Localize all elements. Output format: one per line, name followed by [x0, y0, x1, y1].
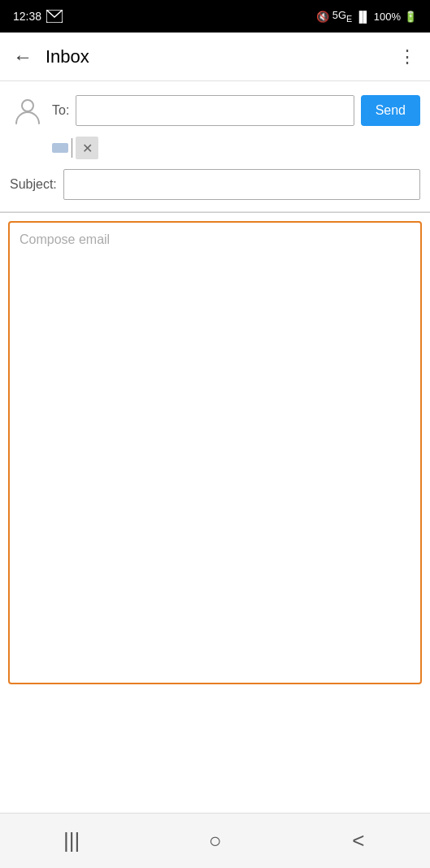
compose-textarea[interactable] — [8, 221, 422, 684]
subject-row: Subject: — [10, 169, 420, 211]
tag-chip-row: ✕ — [52, 137, 420, 159]
subject-input[interactable] — [63, 169, 420, 200]
back-button[interactable]: ← — [13, 46, 33, 68]
signal-icon: ▐▌ — [355, 11, 370, 23]
to-label: To: — [52, 103, 69, 118]
app-bar: ← Inbox ⋮ — [0, 33, 430, 81]
recent-apps-button[interactable]: ||| — [47, 823, 96, 859]
battery-icon: 🔋 — [404, 11, 417, 23]
email-notification-icon — [46, 10, 63, 23]
page-title: Inbox — [46, 46, 89, 67]
compose-form: To: Send ✕ Subject: — [0, 81, 430, 212]
network-label: 5GE — [332, 9, 353, 24]
home-button[interactable]: ○ — [190, 823, 239, 859]
back-nav-button[interactable]: < — [334, 823, 383, 859]
overflow-menu-button[interactable]: ⋮ — [398, 46, 417, 67]
to-input[interactable] — [76, 95, 354, 126]
chip-separator — [72, 138, 72, 158]
contact-avatar — [10, 93, 46, 128]
recipient-chip — [52, 143, 68, 153]
status-bar-left: 12:38 — [13, 10, 63, 23]
to-row: To: Send — [10, 93, 420, 128]
svg-point-1 — [22, 100, 33, 111]
app-bar-left: ← Inbox — [13, 46, 89, 68]
subject-label: Subject: — [10, 177, 57, 192]
compose-area — [0, 213, 430, 692]
bottom-nav: ||| ○ < — [0, 813, 430, 868]
send-button[interactable]: Send — [361, 95, 420, 126]
status-time: 12:38 — [13, 10, 41, 23]
chip-remove-button[interactable]: ✕ — [76, 137, 98, 159]
battery-label: 100% — [374, 11, 401, 23]
mute-icon: 🔇 — [316, 11, 329, 23]
status-bar-right: 🔇 5GE ▐▌ 100% 🔋 — [316, 9, 417, 24]
status-bar: 12:38 🔇 5GE ▐▌ 100% 🔋 — [0, 0, 430, 33]
